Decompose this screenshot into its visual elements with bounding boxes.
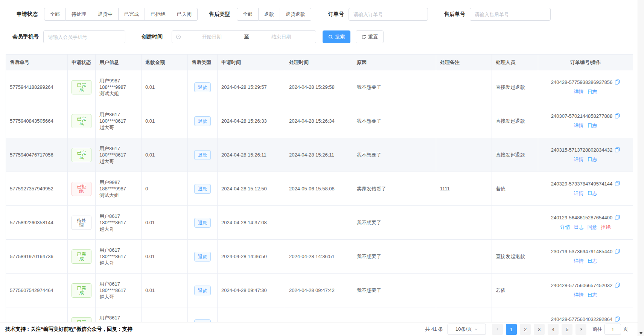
aftersale-no: 5775892260358144 bbox=[6, 206, 68, 240]
order-cell: 240307-5702144858277888 详情日志 bbox=[538, 104, 633, 138]
action-detail[interactable]: 详情 bbox=[574, 157, 584, 162]
type-cell: 退款 bbox=[188, 240, 218, 274]
goto-page: 前往 页 bbox=[592, 324, 628, 335]
action-detail[interactable]: 详情 bbox=[574, 190, 584, 196]
action-log[interactable]: 日志 bbox=[574, 224, 584, 230]
type-cell: 退款 bbox=[188, 138, 218, 172]
col-aftersale-no: 售后单号 bbox=[6, 55, 68, 70]
apply-status-option-pending[interactable]: 待处理 bbox=[66, 8, 92, 21]
create-time-range-picker[interactable]: 开始日期 至 结束日期 bbox=[172, 30, 316, 43]
refund-amount: 0.01 bbox=[142, 104, 188, 138]
action-detail[interactable]: 详情 bbox=[574, 292, 584, 298]
copy-icon[interactable] bbox=[615, 147, 620, 154]
aftersale-no-input[interactable] bbox=[470, 8, 551, 21]
aftersale-type-option-refund[interactable]: 退款 bbox=[259, 8, 280, 21]
page-button-2[interactable]: 2 bbox=[520, 324, 531, 335]
order-cell: 240428-5775606657452032 详情日志 bbox=[538, 274, 633, 307]
scrollbar-down-arrow-icon[interactable] bbox=[639, 332, 642, 334]
user-name: 用户9987 bbox=[99, 78, 137, 84]
col-status: 申请状态 bbox=[68, 55, 96, 70]
aftersale-no-label: 售后单号 bbox=[444, 11, 465, 18]
user-phone: 180****8617 bbox=[99, 152, 137, 158]
user-nickname: 赵大哥 bbox=[99, 226, 137, 232]
apply-status-option-completed[interactable]: 已完成 bbox=[119, 8, 145, 21]
status-cell: 已完成 bbox=[68, 70, 96, 104]
apply-status-option-closed[interactable]: 已关闭 bbox=[171, 8, 198, 21]
user-nickname: 赵大哥 bbox=[99, 260, 137, 266]
handle-time: 2024-05-06 15:58:08 bbox=[285, 172, 353, 206]
goto-page-input[interactable] bbox=[604, 324, 621, 335]
status-cell: 已完成 bbox=[68, 104, 96, 138]
aftersale-no: 5775944188299264 bbox=[6, 70, 68, 104]
member-phone-input[interactable] bbox=[43, 30, 125, 43]
action-log[interactable]: 日志 bbox=[588, 157, 597, 162]
order-cell: 240129-5648615287654400 详情日志同意拒绝 bbox=[538, 206, 633, 240]
action-detail[interactable]: 详情 bbox=[574, 258, 584, 264]
order-no: 240428-5775604032292864 bbox=[551, 316, 612, 322]
user-cell: 用户9987 188****9987 测试大姐 bbox=[96, 172, 142, 206]
status-cell: 待处理 bbox=[68, 206, 96, 240]
reset-button[interactable]: 重置 bbox=[356, 30, 384, 43]
apply-time: 2024-04-28 14:36:50 bbox=[218, 240, 285, 274]
action-log[interactable]: 日志 bbox=[588, 89, 597, 94]
order-no-input[interactable] bbox=[349, 8, 428, 21]
page-button-5[interactable]: 5 bbox=[562, 324, 572, 335]
action-detail[interactable]: 详情 bbox=[574, 89, 584, 94]
status-badge: 待处理 bbox=[72, 216, 91, 230]
copy-icon[interactable] bbox=[615, 249, 620, 256]
status-cell: 已拒绝 bbox=[68, 172, 96, 206]
user-cell: 用户8617 180****8617 赵大哥 bbox=[96, 138, 142, 172]
reset-button-label: 重置 bbox=[368, 33, 378, 40]
reason: 我不想要了 bbox=[353, 138, 436, 172]
page-button-4[interactable]: 4 bbox=[548, 324, 559, 335]
page-button-1[interactable]: 1 bbox=[506, 324, 517, 335]
chevron-down-icon bbox=[474, 327, 478, 331]
copy-icon[interactable] bbox=[615, 215, 620, 222]
apply-status-option-returning[interactable]: 退货中 bbox=[92, 8, 119, 21]
action-detail[interactable]: 详情 bbox=[560, 224, 570, 230]
prev-page-button[interactable] bbox=[492, 324, 503, 335]
action-log[interactable]: 日志 bbox=[588, 258, 597, 264]
apply-status-option-all[interactable]: 全部 bbox=[44, 8, 66, 21]
vertical-scrollbar[interactable] bbox=[638, 0, 644, 336]
copy-icon[interactable] bbox=[615, 283, 620, 290]
aftersale-type-option-all[interactable]: 全部 bbox=[237, 8, 259, 21]
apply-status-option-rejected[interactable]: 已拒绝 bbox=[145, 8, 171, 21]
order-no: 240329-5733784749574144 bbox=[551, 181, 612, 187]
handler: 直接发起退款 bbox=[492, 240, 538, 274]
status-badge: 已完成 bbox=[72, 249, 91, 264]
action-approve[interactable]: 同意 bbox=[588, 224, 597, 230]
copy-icon[interactable] bbox=[615, 181, 620, 188]
aftersale-type-option-return-refund[interactable]: 退货退款 bbox=[280, 8, 311, 21]
filter-row-2: 会员手机号 创建时间 开始日期 至 结束日期 搜索 重置 bbox=[0, 30, 636, 44]
page-button-3[interactable]: 3 bbox=[534, 324, 545, 335]
order-cell: 240329-5733784749574144 详情日志 bbox=[538, 172, 633, 206]
copy-icon[interactable] bbox=[615, 79, 620, 87]
handler: 直接发起退款 bbox=[492, 70, 538, 104]
handle-time: 2024-04-28 15:29:58 bbox=[285, 70, 353, 104]
refund-amount: 0.01 bbox=[142, 70, 188, 104]
date-range-separator: 至 bbox=[243, 33, 251, 40]
order-cell: 240428-5775938386937856 详情日志 bbox=[538, 70, 633, 104]
user-name: 用户8617 bbox=[99, 281, 137, 287]
action-detail[interactable]: 详情 bbox=[574, 123, 584, 128]
search-button[interactable]: 搜索 bbox=[323, 30, 350, 43]
handler bbox=[492, 206, 538, 240]
action-log[interactable]: 日志 bbox=[588, 123, 597, 128]
remark bbox=[436, 206, 492, 240]
refund-amount: 0 bbox=[142, 172, 188, 206]
reason: 我不想要了 bbox=[353, 240, 436, 274]
apply-status-group: 全部 待处理 退货中 已完成 已拒绝 已关闭 bbox=[44, 8, 198, 21]
next-page-button[interactable] bbox=[575, 324, 586, 335]
aftersale-table: 售后单号 申请状态 用户信息 退款金额 售后类型 申请时间 处理时间 原因 处理… bbox=[6, 54, 633, 336]
pagination: 共 41 条 10条/页 1 2 3 4 5 前往 页 bbox=[425, 324, 628, 335]
refund-amount: 0.01 bbox=[142, 138, 188, 172]
remark bbox=[436, 104, 492, 138]
action-reject[interactable]: 拒绝 bbox=[601, 224, 611, 230]
copy-icon[interactable] bbox=[615, 113, 620, 120]
action-log[interactable]: 日志 bbox=[588, 292, 597, 298]
page-size-select[interactable]: 10条/页 bbox=[448, 324, 486, 335]
table-header-row: 售后单号 申请状态 用户信息 退款金额 售后类型 申请时间 处理时间 原因 处理… bbox=[6, 55, 633, 70]
action-log[interactable]: 日志 bbox=[588, 190, 597, 196]
goto-suffix: 页 bbox=[623, 326, 628, 333]
